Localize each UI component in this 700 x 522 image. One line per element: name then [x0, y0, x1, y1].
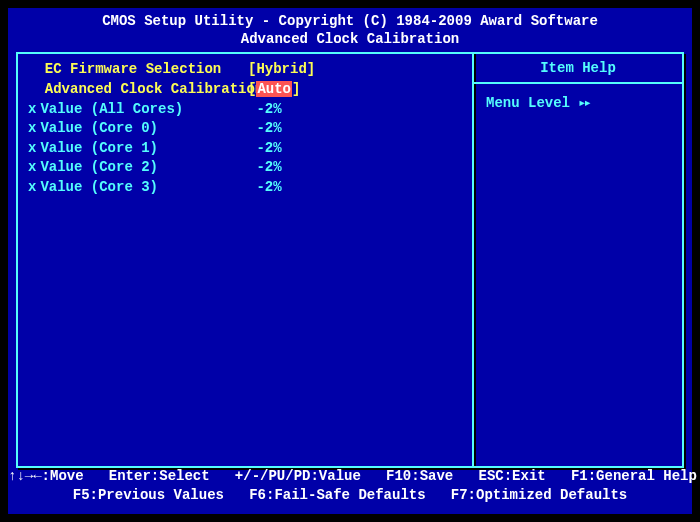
setting-label: Advanced Clock Calibration: [45, 81, 263, 97]
setting-core-3: xValue (Core 3) -2%: [28, 178, 462, 198]
footer-keys-row1: ↑↓→←:Move Enter:Select +/-/PU/PD:Value F…: [8, 467, 692, 487]
header-title: CMOS Setup Utility - Copyright (C) 1984-…: [8, 12, 692, 30]
disabled-x-icon: x: [28, 140, 36, 156]
setting-core-2: xValue (Core 2) -2%: [28, 158, 462, 178]
setting-label: Value (All Cores): [40, 101, 183, 117]
help-title: Item Help: [474, 54, 682, 84]
setting-value-selected: Auto: [256, 81, 292, 97]
disabled-x-icon: x: [28, 179, 36, 195]
bios-screen: CMOS Setup Utility - Copyright (C) 1984-…: [8, 8, 692, 514]
setting-label: Value (Core 2): [40, 159, 158, 175]
setting-core-1: xValue (Core 1) -2%: [28, 139, 462, 159]
disabled-x-icon: x: [28, 159, 36, 175]
setting-value: -2%: [256, 120, 281, 136]
setting-ec-firmware[interactable]: x EC Firmware Selection [Hybrid]: [28, 60, 462, 80]
setting-value: -2%: [256, 179, 281, 195]
footer: ↑↓→←:Move Enter:Select +/-/PU/PD:Value F…: [8, 465, 692, 508]
footer-keys-row2: F5:Previous Values F6:Fail-Safe Defaults…: [8, 486, 692, 506]
main-area: x EC Firmware Selection [Hybrid] x Advan…: [16, 52, 684, 468]
help-panel: Item Help Menu Level▸▸: [472, 52, 684, 468]
setting-all-cores: xValue (All Cores) -2%: [28, 100, 462, 120]
setting-value: Hybrid: [256, 61, 306, 77]
help-content: Menu Level▸▸: [474, 84, 682, 121]
setting-label: Value (Core 1): [40, 140, 158, 156]
header-subtitle: Advanced Clock Calibration: [8, 30, 692, 48]
setting-value: -2%: [256, 101, 281, 117]
setting-label: Value (Core 3): [40, 179, 158, 195]
setting-value: -2%: [256, 140, 281, 156]
header: CMOS Setup Utility - Copyright (C) 1984-…: [8, 8, 692, 50]
menu-level-arrows-icon: ▸▸: [578, 95, 589, 111]
setting-label: Value (Core 0): [40, 120, 158, 136]
setting-core-0: xValue (Core 0) -2%: [28, 119, 462, 139]
menu-level-label: Menu Level: [486, 95, 570, 111]
disabled-x-icon: x: [28, 120, 36, 136]
setting-acc[interactable]: x Advanced Clock Calibration [Auto]: [28, 80, 462, 100]
setting-value: -2%: [256, 159, 281, 175]
disabled-x-icon: x: [28, 101, 36, 117]
settings-panel: x EC Firmware Selection [Hybrid] x Advan…: [16, 52, 474, 468]
setting-label: EC Firmware Selection: [45, 61, 221, 77]
